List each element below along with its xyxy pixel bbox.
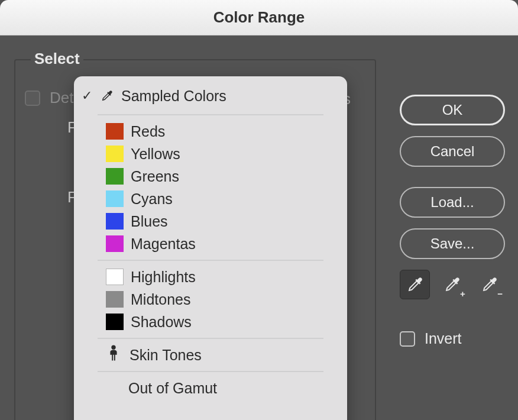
select-label: Select [31,50,83,68]
eyedropper-add-tool[interactable]: + [437,270,467,299]
option-out-of-gamut[interactable]: Out of Gamut [74,377,347,399]
option-magentas[interactable]: Magentas [74,232,347,255]
option-label: Midtones [131,291,190,308]
person-icon [107,345,120,365]
option-label: Highlights [131,269,196,286]
ok-button[interactable]: OK [400,95,505,125]
option-label: Yellows [131,146,180,163]
option-label: Cyans [131,190,173,208]
save-button[interactable]: Save... [400,228,505,259]
option-cyans[interactable]: Cyans [74,188,347,210]
swatch-icon [106,269,124,285]
option-label: Out of Gamut [128,380,217,397]
swatch-icon [106,168,124,185]
svg-point-0 [111,345,115,350]
right-column: OK Cancel Load... Save... + − Invert [400,95,505,347]
dialog-titlebar: Color Range [0,0,518,35]
dialog-title: Color Range [213,8,305,27]
select-dropdown: ✓ Sampled Colors RedsYellowsGreensCyansB… [74,76,347,420]
option-label: Sampled Colors [121,88,226,105]
option-reds[interactable]: Reds [74,120,347,143]
eyedropper-subtract-tool[interactable]: − [475,270,505,299]
detect-faces-label: Det [50,89,73,107]
eyedropper-icon [100,89,114,102]
swatch-icon [106,123,124,140]
option-skin-tones[interactable]: Skin Tones [74,344,347,366]
option-label: Shadows [131,314,192,331]
option-label: Blues [131,213,168,230]
swatch-icon [106,235,124,252]
detect-faces-row: Det [25,89,73,107]
option-label: Reds [131,123,165,140]
option-sampled-colors[interactable]: ✓ Sampled Colors [74,82,347,109]
invert-row: Invert [400,330,505,347]
dialog-body: Select Det s F F OK Cancel Load... Save.… [0,35,518,420]
option-yellows[interactable]: Yellows [74,143,347,165]
option-greens[interactable]: Greens [74,165,347,188]
swatch-icon [106,213,124,230]
option-label: Magentas [131,235,196,253]
minus-icon: − [497,289,503,299]
invert-label: Invert [425,330,462,347]
option-label: Greens [131,168,179,185]
swatch-icon [106,291,124,308]
eyedropper-tool[interactable] [400,270,430,299]
option-highlights[interactable]: Highlights [74,266,347,288]
option-shadows[interactable]: Shadows [74,311,347,333]
cancel-button[interactable]: Cancel [400,136,505,167]
swatch-icon [106,314,124,330]
swatch-icon [106,190,124,207]
eyedropper-tools: + − [400,270,505,299]
invert-checkbox[interactable] [400,331,415,347]
option-midtones[interactable]: Midtones [74,288,347,311]
detect-faces-checkbox[interactable] [25,91,40,106]
option-blues[interactable]: Blues [74,210,347,232]
swatch-icon [106,146,124,162]
load-button[interactable]: Load... [400,187,505,218]
plus-icon: + [460,289,465,299]
check-icon: ✓ [81,88,93,104]
option-label: Skin Tones [130,347,202,364]
